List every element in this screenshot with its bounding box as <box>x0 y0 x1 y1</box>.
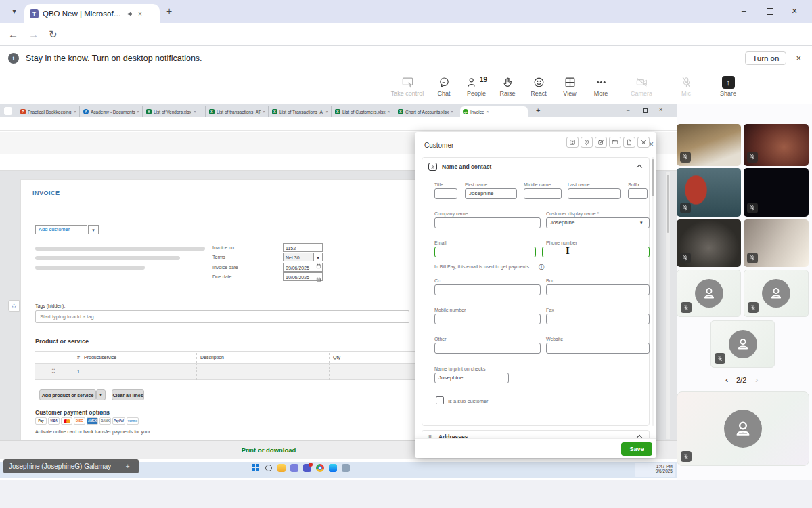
field-label: Invoice date <box>212 265 238 270</box>
react-button[interactable]: React <box>521 76 556 97</box>
notification-close-icon[interactable]: × <box>796 53 801 63</box>
tab-close-icon[interactable]: × <box>138 10 142 18</box>
participant-video-tile[interactable] <box>677 124 741 166</box>
reload-icon[interactable]: ↻ <box>49 28 58 41</box>
panel-scrollbar[interactable] <box>652 157 654 426</box>
take-control-button[interactable]: Take control <box>390 76 425 97</box>
fax-input[interactable] <box>546 314 650 324</box>
save-button[interactable]: Save <box>621 442 652 456</box>
zoom-out-icon[interactable]: – <box>116 463 120 470</box>
cc-input[interactable] <box>434 284 541 295</box>
participant-video-tile[interactable] <box>744 219 809 267</box>
inner-tab[interactable]: XList of Customers.xlsx× <box>332 106 394 117</box>
camera-button[interactable]: Camera <box>624 76 659 97</box>
participant-avatar-tile[interactable] <box>677 270 741 317</box>
table-row[interactable]: ⠿ 1 <box>35 364 417 380</box>
payment-options-edit-link[interactable]: Edit <box>99 410 109 416</box>
terms-chevron-icon[interactable]: ▾ <box>313 253 323 261</box>
panel-close-icon[interactable]: × <box>649 140 654 149</box>
participant-avatar-tile[interactable] <box>744 270 809 317</box>
company-input[interactable] <box>434 217 541 228</box>
mobile-label: Mobile number <box>434 308 466 312</box>
panel-scrollbar-thumb[interactable] <box>652 159 654 196</box>
self-video-tile[interactable] <box>677 391 809 466</box>
phone-input[interactable] <box>542 247 650 257</box>
mobile-input[interactable] <box>434 314 541 324</box>
document-icon[interactable] <box>623 137 635 148</box>
terms-select[interactable]: Net 30 <box>283 253 314 261</box>
sub-customer-checkbox[interactable] <box>436 396 444 404</box>
window-maximize-button[interactable] <box>767 8 773 15</box>
participant-video-tile[interactable] <box>677 219 741 267</box>
window-close-button[interactable]: × <box>792 5 797 16</box>
display-name-select[interactable]: Josephine <box>546 217 650 228</box>
people-button[interactable]: 19 People <box>459 76 494 97</box>
participant-avatar-tile[interactable] <box>710 320 775 368</box>
share-button[interactable]: ↑ Share <box>710 76 746 97</box>
window-minimize-button[interactable]: – <box>742 6 746 16</box>
map-pin-icon[interactable] <box>581 137 593 148</box>
bcc-input[interactable] <box>546 284 650 295</box>
scrollbar-thumb[interactable] <box>667 175 669 233</box>
page-scrollbar[interactable] <box>666 172 670 439</box>
add-product-button[interactable]: Add product or service <box>39 389 96 400</box>
inner-tab[interactable]: XList of transactions_AR.xlsx× <box>206 106 269 117</box>
page-next-chevron-icon[interactable]: › <box>755 375 758 385</box>
inner-maximize-button[interactable] <box>643 108 648 113</box>
page-prev-chevron-icon[interactable]: ‹ <box>725 375 728 385</box>
back-icon[interactable]: ← <box>8 28 18 40</box>
clear-all-lines-button[interactable]: Clear all lines <box>112 389 144 400</box>
chat-button[interactable]: Chat <box>426 76 461 97</box>
tools-icon[interactable] <box>637 137 650 148</box>
add-customer-chevron-icon[interactable]: ▾ <box>88 225 99 234</box>
collapse-chevron-icon[interactable] <box>637 165 642 170</box>
email-input[interactable] <box>434 247 536 257</box>
drag-handle-icon[interactable]: ⠿ <box>51 368 55 375</box>
calendar-icon[interactable] <box>316 263 321 270</box>
payment-card-icon[interactable] <box>609 137 621 148</box>
participant-video-tile[interactable] <box>744 124 809 166</box>
participant-video-tile[interactable] <box>744 168 809 217</box>
inner-tab[interactable]: XChart of Accounts.xlsx× <box>395 106 457 117</box>
forward-icon[interactable]: → <box>28 28 39 40</box>
inner-minimize-button[interactable]: – <box>627 107 629 113</box>
new-tab-button[interactable]: + <box>166 5 172 16</box>
participant-video-tile[interactable] <box>677 168 741 217</box>
browser-tab[interactable]: T QBO New | Microsoft Teams × <box>24 4 160 23</box>
inner-tab[interactable]: XList of Vendors.xlsx× <box>143 106 206 117</box>
zoom-in-icon[interactable]: + <box>126 463 130 470</box>
tags-input[interactable]: Start typing to add a tag <box>35 310 409 323</box>
mic-button[interactable]: Mic <box>669 76 704 97</box>
feedback-bookmark-icon[interactable]: ✩ <box>8 300 20 312</box>
contact-card-icon[interactable] <box>566 137 579 148</box>
checks-input[interactable]: Josephine <box>434 373 509 383</box>
raise-hand-button[interactable]: Raise <box>490 76 525 97</box>
inner-tab[interactable]: AAcademy - Documents - P× <box>81 106 143 117</box>
invoice-no-input[interactable]: 1152 <box>283 243 323 252</box>
add-customer-field[interactable]: Add customer <box>35 225 87 234</box>
turn-on-button[interactable]: Turn on <box>745 51 786 65</box>
suffix-input[interactable] <box>628 188 648 199</box>
add-product-chevron-icon[interactable]: ▾ <box>96 389 106 400</box>
website-input[interactable] <box>546 343 650 354</box>
first-name-input[interactable]: Josephine <box>465 188 517 199</box>
calendar-icon[interactable] <box>316 273 321 285</box>
tab-search-chevron-icon[interactable]: ▾ <box>8 5 20 18</box>
inner-tab-active[interactable]: qbInvoice× <box>460 106 528 117</box>
other-input[interactable] <box>434 343 541 354</box>
inner-tab[interactable]: PPractical Bookkeeping with× <box>18 106 80 117</box>
last-name-input[interactable] <box>568 188 621 199</box>
suffix-label: Suffix <box>628 182 639 187</box>
col-product: Product/service <box>84 355 116 360</box>
view-button[interactable]: View <box>552 76 587 97</box>
middle-name-input[interactable] <box>524 188 562 199</box>
more-button[interactable]: More <box>583 76 618 97</box>
inner-tab[interactable]: XList of Transactions_AP.xlsx× <box>269 106 332 117</box>
info-circle-icon[interactable]: ⓘ <box>539 263 544 271</box>
display-name-chevron-icon[interactable]: ▾ <box>640 220 643 226</box>
edit-pencil-icon[interactable] <box>595 137 607 148</box>
info-icon: i <box>8 53 19 64</box>
inner-new-tab-button[interactable]: + <box>536 106 540 114</box>
inner-close-button[interactable]: × <box>659 106 662 113</box>
title-input[interactable] <box>434 188 457 199</box>
